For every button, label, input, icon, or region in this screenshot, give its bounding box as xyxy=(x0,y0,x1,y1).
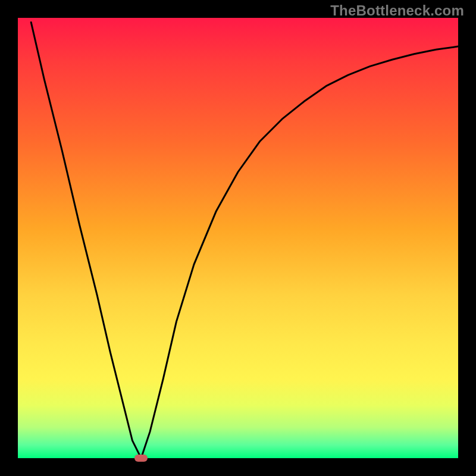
plot-area xyxy=(18,18,458,458)
bottleneck-curve xyxy=(31,22,458,458)
chart-frame: TheBottleneck.com xyxy=(0,0,476,476)
optimal-marker xyxy=(134,455,148,462)
watermark-text: TheBottleneck.com xyxy=(330,2,464,19)
curve-layer xyxy=(18,18,458,458)
